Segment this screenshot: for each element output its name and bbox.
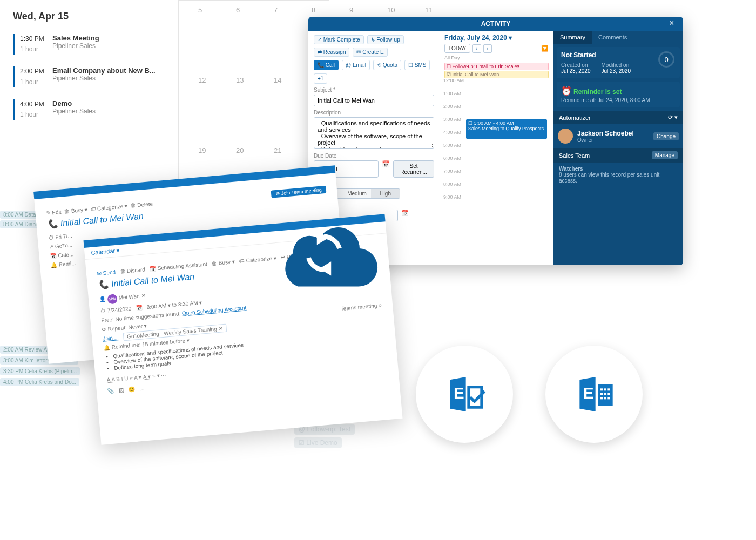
busy-dropdown[interactable]: 🗑 Busy ▾ xyxy=(64,206,88,214)
day-11[interactable]: 11 xyxy=(425,6,433,14)
sms-button[interactable]: ☐ SMS xyxy=(404,60,430,70)
day-8[interactable]: 8 xyxy=(312,6,315,14)
calendar-icon[interactable]: 📅 xyxy=(401,210,409,221)
allday-event[interactable]: ☑ Initial Call to Mei Wan xyxy=(444,71,549,78)
email-button[interactable]: @ Email xyxy=(342,60,370,70)
hour-label: 4:00 AM xyxy=(443,130,461,135)
day-20[interactable]: 20 xyxy=(236,146,244,154)
svg-rect-5 xyxy=(608,388,610,390)
teams-meeting-toggle[interactable]: Teams meeting ○ xyxy=(340,302,382,312)
day-12[interactable]: 12 xyxy=(198,76,206,84)
automatizer-label: Automatizer xyxy=(559,114,591,121)
agenda-sub: Pipeliner Sales xyxy=(52,42,99,50)
salesteam-label: Sales Team xyxy=(559,152,590,159)
agenda-title: Email Company about New B... xyxy=(52,66,156,75)
automatizer-header[interactable]: Automatizer ⟳ ▾ xyxy=(554,111,683,124)
agenda-title: Demo xyxy=(52,99,96,107)
create-button[interactable]: ✉ Create E xyxy=(353,48,387,57)
watchers-note: 8 users can view this record per sales u… xyxy=(559,172,678,184)
discard-button[interactable]: 🗑 Discard xyxy=(120,266,145,274)
alarm-icon: ⏰ xyxy=(561,86,572,96)
start-time[interactable]: 8:00 AM ▾ xyxy=(146,302,171,310)
owner-name: Jackson Schoebel xyxy=(577,130,634,137)
allday-label: All Day xyxy=(444,55,549,62)
agenda-time: 2:00 PM xyxy=(20,66,52,77)
scheduling-assistant-button[interactable]: 📅 Scheduling Assistant xyxy=(150,261,208,272)
day-7[interactable]: 7 xyxy=(274,6,278,14)
event-title: Sales Meeting to Qualify Prospects xyxy=(468,126,545,131)
day-9[interactable]: 9 xyxy=(349,6,353,14)
calendar-icon[interactable]: 📅 xyxy=(382,160,390,178)
day-13[interactable]: 13 xyxy=(236,76,244,84)
followup-button[interactable]: ↳ Follow-up xyxy=(367,35,404,44)
categorize-dropdown[interactable]: 🏷 Categorize ▾ xyxy=(90,203,128,212)
agenda-time: 4:00 PM xyxy=(20,99,52,110)
quota-button[interactable]: ⟲ Quota xyxy=(373,60,401,70)
delete-button[interactable]: 🗑 Delete xyxy=(130,201,153,209)
svg-rect-8 xyxy=(608,393,610,395)
refresh-icon[interactable]: ⟳ ▾ xyxy=(668,114,678,121)
count-badge: 0 xyxy=(658,51,674,68)
agenda-title: Sales Meeting xyxy=(52,34,99,42)
window-title: ACTIVITY xyxy=(308,17,683,31)
today-button[interactable]: TODAY xyxy=(444,44,470,53)
date-input[interactable]: 7/24/2020 xyxy=(107,306,131,314)
set-recurrence-button[interactable]: Set Recurren... xyxy=(393,160,434,178)
next-day-button[interactable]: › xyxy=(483,44,492,53)
day-6[interactable]: 6 xyxy=(236,6,240,14)
send-button[interactable]: ✉ Send xyxy=(97,269,116,276)
modified-value: Jul 23, 2020 xyxy=(602,68,631,74)
agenda-item[interactable]: 2:00 PM1 hour Email Company about New B.… xyxy=(13,66,160,87)
day-10[interactable]: 10 xyxy=(387,6,395,14)
mark-complete-button[interactable]: ✓ Mark Complete xyxy=(314,35,364,44)
agenda-sub: Pipeliner Sales xyxy=(52,75,156,82)
agenda-item[interactable]: 4:00 PM1 hour DemoPipeliner Sales xyxy=(13,99,160,120)
day-19[interactable]: 19 xyxy=(198,146,206,154)
reminder-title: Reminder is set xyxy=(573,88,622,96)
call-button[interactable]: 📞 Call xyxy=(314,60,339,70)
hour-label: 2:00 AM xyxy=(443,104,461,109)
repeat-dropdown[interactable]: Repeat: Never ▾ xyxy=(107,323,147,332)
hour-label: 7:00 AM xyxy=(443,168,461,174)
ghost-event: 3:30 PM Celia Krebs (Pipelin... xyxy=(0,367,80,375)
created-value: Jul 23, 2020 xyxy=(561,68,591,74)
more-actions-button[interactable]: +1 xyxy=(314,73,327,84)
avatar xyxy=(558,129,573,144)
hour-label: 5:00 AM xyxy=(443,143,461,148)
change-button[interactable]: Change xyxy=(653,132,679,140)
close-icon[interactable]: × xyxy=(669,17,683,31)
agenda-duration: 1 hour xyxy=(20,44,52,55)
day-5[interactable]: 5 xyxy=(198,6,202,14)
svg-rect-3 xyxy=(600,388,603,390)
prev-day-button[interactable]: ‹ xyxy=(473,44,481,53)
agenda-item[interactable]: 1:30 PM1 hour Sales MeetingPipeliner Sal… xyxy=(13,34,160,55)
allday-event[interactable]: ☐ Follow-up: Email to Erin Scales xyxy=(444,63,549,70)
hour-label: 8:00 AM xyxy=(443,181,461,187)
owner-role: Owner xyxy=(577,137,634,143)
agenda-time: 1:30 PM xyxy=(20,34,52,44)
cloud-sync-icon xyxy=(265,194,383,302)
end-time[interactable]: 8:30 AM ▾ xyxy=(178,299,202,307)
filter-icon[interactable]: 🔽 xyxy=(541,45,549,52)
agenda-panel: Wed, Apr 15 1:30 PM1 hour Sales MeetingP… xyxy=(0,0,173,143)
modified-label: Modified on xyxy=(602,62,631,68)
chevron-down-icon[interactable]: ▾ xyxy=(509,34,512,42)
reassign-button[interactable]: ⇄ Reassign xyxy=(314,48,349,57)
join-link[interactable]: Join ... xyxy=(103,334,119,342)
attendee-avatar: MW xyxy=(107,294,118,305)
description-input[interactable] xyxy=(314,117,434,148)
manage-button[interactable]: Manage xyxy=(652,151,678,159)
owner-row: Jackson SchoebelOwner Change xyxy=(554,124,683,148)
showas-dropdown[interactable]: 🗑 Busy ▾ xyxy=(212,259,235,267)
agenda-duration: 1 hour xyxy=(20,77,52,87)
svg-text:E: E xyxy=(583,384,594,402)
edit-button[interactable]: ✎ Edit xyxy=(46,209,62,216)
day-14[interactable]: 14 xyxy=(274,76,281,84)
hour-label: 9:00 AM xyxy=(443,194,461,200)
tab-comments[interactable]: Comments xyxy=(592,31,633,44)
tab-summary[interactable]: Summary xyxy=(554,31,592,44)
agenda-date: Wed, Apr 15 xyxy=(13,11,160,22)
subject-input[interactable] xyxy=(314,94,434,106)
attendee-chip[interactable]: Mei Wan ✕ xyxy=(118,293,146,301)
day-21[interactable]: 21 xyxy=(274,146,281,154)
